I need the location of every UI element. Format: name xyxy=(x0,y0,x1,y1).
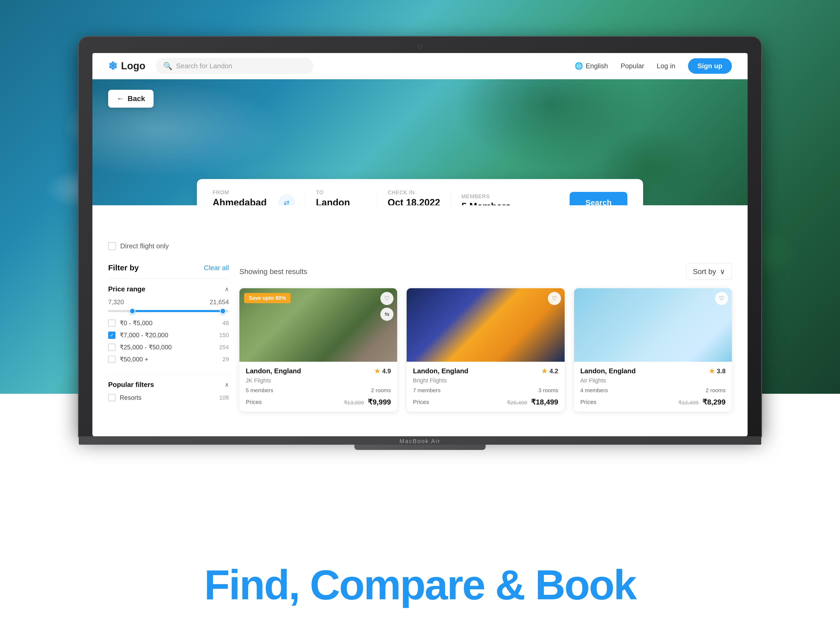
members-field[interactable]: Members 5 Members xyxy=(461,193,511,205)
divider-1 xyxy=(305,192,305,205)
logo-area[interactable]: ❄ Logo xyxy=(108,60,145,73)
direct-flight-row: Direct flight only xyxy=(92,205,748,258)
popular-filters-chevron[interactable]: ∧ xyxy=(225,381,229,388)
showing-text: Showing best results xyxy=(239,267,307,276)
price-option-1: ✓ ₹7,000 - ₹20,000 150 xyxy=(108,332,229,339)
checkin-label: Check in xyxy=(388,189,440,196)
checkbox-2[interactable] xyxy=(108,344,115,351)
price-values-2: ₹12,499 ₹8,299 xyxy=(678,398,726,406)
search-panel: From Ahmedabad Majevdi gate, Junagadh ⇄ … xyxy=(197,179,643,205)
price-original-2: ₹12,499 xyxy=(678,399,698,406)
hotel-card-2[interactable]: ♡ Landon, England ★ 3.8 xyxy=(574,288,732,412)
favorite-button-2[interactable]: ♡ xyxy=(715,292,728,305)
login-link[interactable]: Log in xyxy=(657,62,676,70)
sort-chevron-icon: ∨ xyxy=(720,267,725,276)
price-range-title: Price range xyxy=(108,285,145,293)
to-label: To xyxy=(316,189,366,196)
price-label-0: Prices xyxy=(246,399,262,406)
search-button[interactable]: Search xyxy=(570,192,627,205)
logo-icon: ❄ xyxy=(108,60,117,73)
card-price-row-1: Prices ₹25,499 ₹18,499 xyxy=(413,398,558,406)
price-original-1: ₹25,499 xyxy=(507,399,527,406)
members-label: Members xyxy=(461,193,511,199)
from-field[interactable]: From Ahmedabad Majevdi gate, Junagadh xyxy=(213,189,268,205)
popular-checkbox-0[interactable] xyxy=(108,394,115,401)
sidebar: Filter by Clear all Price range ∧ xyxy=(108,263,239,412)
direct-flight-checkbox[interactable] xyxy=(108,242,116,250)
price-option-2: ₹25,000 - ₹50,000 254 xyxy=(108,344,229,351)
slider-thumb-right[interactable] xyxy=(220,308,226,314)
card-title-row-0: Landon, England ★ 4.9 xyxy=(246,367,391,375)
price-option-0: ₹0 - ₹5,000 48 xyxy=(108,319,229,327)
card-body-0: Landon, England ★ 4.9 JK Flights xyxy=(239,362,397,412)
laptop-wrapper: ❄ Logo 🔍 Search for Landon 🌐 English xyxy=(79,37,761,445)
popular-filters-title: Popular filters xyxy=(108,381,154,389)
price-label-2: Prices xyxy=(580,399,597,406)
favorite-button-1[interactable]: ♡ xyxy=(548,292,561,305)
sort-button[interactable]: Sort by ∨ xyxy=(686,263,732,280)
language-label: English xyxy=(586,62,608,70)
card-location-0: Landon, England xyxy=(246,367,301,375)
slider-thumb-left[interactable] xyxy=(129,308,136,314)
save-badge-0: Save upto 80% xyxy=(244,293,291,303)
price-values-0: ₹13,999 ₹9,999 xyxy=(344,398,391,406)
search-placeholder: Search for Landon xyxy=(176,62,232,70)
checkin-field[interactable]: Check in Oct 18,2022 Monday xyxy=(388,189,440,205)
price-range-chevron[interactable]: ∧ xyxy=(225,286,229,293)
hero-section: ← Back From Ahmedabad Majevdi gate, Juna… xyxy=(92,79,748,205)
popular-option-count-0: 108 xyxy=(219,394,229,401)
card-image-2: ♡ xyxy=(574,288,732,362)
price-option-count-0: 48 xyxy=(223,320,229,327)
card-details-2: 4 members 2 rooms xyxy=(580,387,726,393)
card-airline-0: JK Flights xyxy=(246,377,391,384)
compare-button-0[interactable]: ⇆ xyxy=(381,308,393,321)
sort-label: Sort by xyxy=(693,267,716,276)
price-original-0: ₹13,999 xyxy=(344,399,364,406)
price-max: 21,654 xyxy=(210,298,229,306)
checkbox-1[interactable]: ✓ xyxy=(108,332,115,339)
tagline-text: Find, Compare & Book xyxy=(0,561,840,609)
card-price-row-0: Prices ₹13,999 ₹9,999 xyxy=(246,398,391,406)
price-current-0: ₹9,999 xyxy=(368,398,391,406)
card-airline-1: Bright Flights xyxy=(413,377,558,384)
card-price-row-2: Prices ₹12,499 ₹8,299 xyxy=(580,398,726,406)
from-label: From xyxy=(213,189,268,196)
price-slider-track[interactable] xyxy=(108,310,229,312)
back-button[interactable]: ← Back xyxy=(108,90,153,107)
checkbox-3[interactable] xyxy=(108,356,115,363)
to-field[interactable]: To Landon the capital of England xyxy=(316,189,366,205)
price-option-label-2: ₹25,000 - ₹50,000 xyxy=(120,344,172,351)
hotel-card-0[interactable]: Save upto 80% ♡ ⇆ Landon, England xyxy=(239,288,397,412)
from-city: Ahmedabad xyxy=(213,197,268,205)
clear-all-button[interactable]: Clear all xyxy=(204,264,229,272)
hotel-card-1[interactable]: ♡ Landon, England ★ 4.2 xyxy=(407,288,564,412)
price-range-header: Price range ∧ xyxy=(108,285,229,293)
screen-bezel: ❄ Logo 🔍 Search for Landon 🌐 English xyxy=(79,37,761,436)
card-actions-1: ♡ xyxy=(548,292,561,305)
card-actions-2: ♡ xyxy=(715,292,728,305)
checkbox-0[interactable] xyxy=(108,319,115,327)
price-current-1: ₹18,499 xyxy=(531,398,558,406)
tagline-section: Find, Compare & Book xyxy=(0,561,840,609)
rating-value-1: 4.2 xyxy=(549,368,558,375)
star-icon-2: ★ xyxy=(709,368,715,375)
checkin-date: Oct 18,2022 xyxy=(388,197,440,205)
card-members-2: 4 members xyxy=(580,387,608,393)
laptop-brand-label: MacBook Air xyxy=(79,436,761,446)
divider-3 xyxy=(451,192,451,205)
card-rooms-0: 2 rooms xyxy=(371,387,391,393)
popular-filters-header: Popular filters ∧ xyxy=(108,381,229,389)
signup-button[interactable]: Sign up xyxy=(688,58,732,74)
card-members-1: 7 members xyxy=(413,387,441,393)
laptop-screen: ❄ Logo 🔍 Search for Landon 🌐 English xyxy=(92,53,748,436)
price-values-1: ₹25,499 ₹18,499 xyxy=(507,398,558,406)
language-selector[interactable]: 🌐 English xyxy=(575,62,608,70)
card-airline-2: Air Flights xyxy=(580,377,726,384)
filter-header: Filter by Clear all xyxy=(108,263,229,272)
search-bar[interactable]: 🔍 Search for Landon xyxy=(156,58,313,74)
favorite-button-0[interactable]: ♡ xyxy=(381,292,393,305)
card-members-0: 5 members xyxy=(246,387,273,393)
slider-fill xyxy=(132,310,223,312)
popular-link[interactable]: Popular xyxy=(621,62,644,70)
swap-button[interactable]: ⇄ xyxy=(279,195,295,205)
